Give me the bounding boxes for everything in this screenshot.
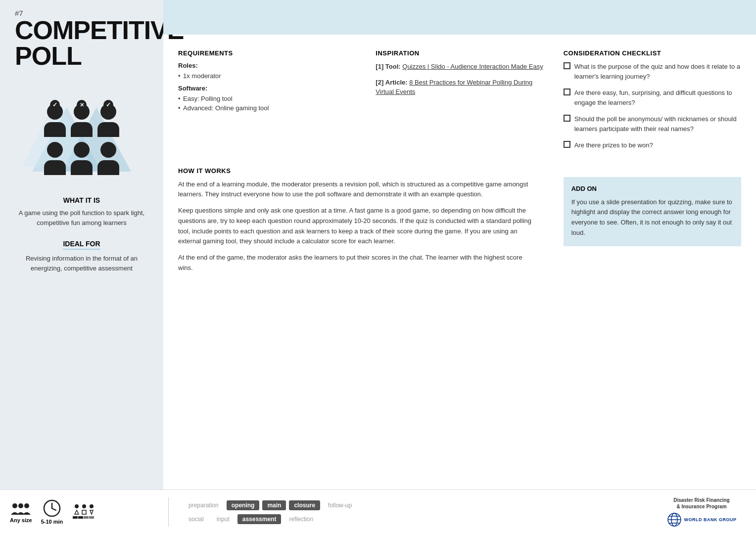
requirements-title: REQUIREMENTS xyxy=(178,49,351,57)
footer-logo: Disaster Risk Financing & Insurance Prog… xyxy=(657,497,756,527)
checklist-section: CONSIDERATION CHECKLIST What is the purp… xyxy=(554,49,741,157)
svg-point-9 xyxy=(75,504,79,508)
inspiration-title: INSPIRATION xyxy=(376,49,543,57)
checkbox-4[interactable] xyxy=(564,141,570,148)
sidebar: #7 COMPETITIVE POLL ✓ xyxy=(0,0,163,490)
checklist-item-2: Are there easy, fun, surprising, and dif… xyxy=(564,88,741,107)
checklist-item-1: What is the purpose of the quiz and how … xyxy=(564,62,741,81)
phase-input: input xyxy=(212,514,235,524)
content-top: REQUIREMENTS Roles: 1x moderator Softwar… xyxy=(163,35,756,157)
add-on-text: If you use a slide presentation for quiz… xyxy=(571,197,733,238)
role-item-1: 1x moderator xyxy=(178,72,351,80)
checklist-title: CONSIDERATION CHECKLIST xyxy=(564,49,741,57)
globe-icon xyxy=(667,512,682,527)
footer-complexity xyxy=(72,502,96,522)
group-icon xyxy=(11,501,31,516)
add-on-box: ADD ON If you use a slide presentation f… xyxy=(564,177,741,246)
wbg-logo: WORLD BANK GROUP xyxy=(667,512,737,527)
footer-time: 5-10 min xyxy=(41,499,63,525)
content-wrapper: REQUIREMENTS Roles: 1x moderator Softwar… xyxy=(163,0,756,490)
clock-icon xyxy=(43,499,61,517)
phase-main: main xyxy=(262,500,286,510)
add-on-title: ADD ON xyxy=(571,185,733,192)
footer-group-size: Any size xyxy=(10,501,32,523)
person-icon-2: ✕ xyxy=(71,104,93,137)
svg-rect-17 xyxy=(84,516,89,519)
inspiration-section: INSPIRATION [1] Tool: Quizzes | Slido - … xyxy=(366,49,553,157)
person-icon-6 xyxy=(97,142,119,175)
checkbox-1[interactable] xyxy=(564,62,570,69)
how-it-works-section: HOW IT WORKS At the end of a learning mo… xyxy=(178,157,554,289)
phase-followup: follow-up xyxy=(323,500,357,510)
how-it-works-para-1: At the end of a learning module, the mod… xyxy=(178,179,539,200)
phase-closure: closure xyxy=(289,500,320,510)
inspiration-item-2: [2] Article: 8 Best Practices for Webina… xyxy=(376,78,543,97)
what-it-is-section: WHAT IT IS A game using the poll functio… xyxy=(10,196,153,227)
phase-preparation: preparation xyxy=(184,500,224,510)
inspiration-link-1[interactable]: Quizzes | Slido - Audience Interaction M… xyxy=(402,63,543,70)
wbg-wordmark: WORLD BANK GROUP xyxy=(684,517,737,523)
what-it-is-title: WHAT IT IS xyxy=(15,196,148,204)
card-title: COMPETITIVE POLL xyxy=(15,17,153,69)
ideal-for-title: IDEAL FOR xyxy=(63,240,100,250)
svg-line-8 xyxy=(52,508,56,510)
inspiration-item-1: [1] Tool: Quizzes | Slido - Audience Int… xyxy=(376,62,543,72)
person-icon-5 xyxy=(71,142,93,175)
svg-point-3 xyxy=(12,503,17,508)
person-icon-3: ✓ xyxy=(97,104,119,137)
svg-marker-12 xyxy=(75,510,79,514)
content-header-band xyxy=(163,0,756,35)
how-it-works-para-2: Keep questions simple and only ask one q… xyxy=(178,206,539,247)
how-it-works-title: HOW IT WORKS xyxy=(178,167,539,175)
svg-rect-16 xyxy=(78,516,83,519)
software-label: Software: xyxy=(178,85,351,92)
checklist-item-4: Are there prizes to be won? xyxy=(564,140,741,150)
any-size-label: Any size xyxy=(10,517,32,523)
software-item-2: Advanced: Online gaming tool xyxy=(178,104,351,112)
roles-label: Roles: xyxy=(178,62,351,69)
phase-social: social xyxy=(184,514,209,524)
phase-row-2: social input assessment reflection xyxy=(184,514,657,524)
what-it-is-text: A game using the poll function to spark … xyxy=(15,208,148,227)
ideal-for-section: IDEAL FOR Revising information in the fo… xyxy=(10,239,153,273)
software-item-1: Easy: Polling tool xyxy=(178,95,351,102)
phase-opening: opening xyxy=(227,500,260,510)
svg-rect-15 xyxy=(73,516,78,519)
checkbox-2[interactable] xyxy=(564,89,570,95)
complexity-icon xyxy=(72,502,96,520)
illustration-area: ✓ ✕ xyxy=(17,83,146,181)
wbg-text-line1: Disaster Risk Financing & Insurance Prog… xyxy=(673,497,729,510)
add-on-area: ADD ON If you use a slide presentation f… xyxy=(554,157,741,289)
svg-rect-13 xyxy=(82,510,86,514)
footer-phases: preparation opening main closure follow-… xyxy=(169,500,657,524)
content-bottom: HOW IT WORKS At the end of a learning mo… xyxy=(163,157,756,299)
svg-point-10 xyxy=(82,504,86,508)
svg-marker-14 xyxy=(90,510,93,514)
checklist-item-3: Should the poll be anonymous/ with nickn… xyxy=(564,114,741,134)
svg-rect-18 xyxy=(89,516,94,519)
phase-row-1: preparation opening main closure follow-… xyxy=(184,500,657,510)
phase-reflection: reflection xyxy=(284,514,318,524)
svg-point-4 xyxy=(18,503,23,508)
footer: Any size 5-10 min xyxy=(0,490,756,534)
sidebar-header: #7 COMPETITIVE POLL xyxy=(10,0,153,78)
time-label: 5-10 min xyxy=(41,519,63,525)
footer-left: Any size 5-10 min xyxy=(5,499,168,525)
checkbox-3[interactable] xyxy=(564,115,570,122)
ideal-for-text: Revising information in the format of an… xyxy=(15,254,148,273)
svg-point-5 xyxy=(24,503,29,508)
person-icon-4 xyxy=(44,142,66,175)
person-icon-1: ✓ xyxy=(44,104,66,137)
how-it-works-para-3: At the end of the game, the moderator as… xyxy=(178,253,539,273)
requirements-section: REQUIREMENTS Roles: 1x moderator Softwar… xyxy=(178,49,366,157)
svg-point-11 xyxy=(90,504,94,508)
phase-assessment: assessment xyxy=(237,514,282,524)
